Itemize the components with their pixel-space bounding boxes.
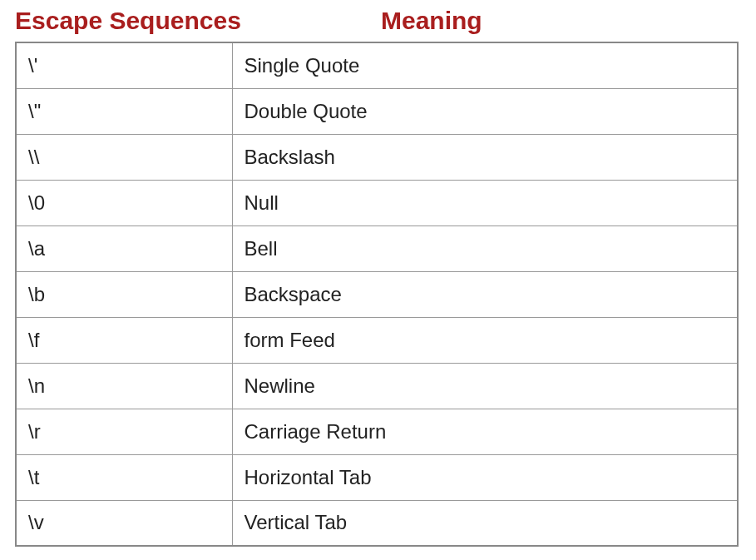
cell-sequence: \t (16, 454, 232, 500)
cell-sequence: \0 (16, 180, 232, 225)
header-meaning: Meaning (381, 7, 482, 35)
table-row: \n Newline (16, 363, 738, 409)
cell-meaning: Double Quote (232, 88, 738, 134)
table-row: \0 Null (16, 180, 738, 225)
table-row: \v Vertical Tab (16, 500, 738, 546)
cell-sequence: \\ (16, 134, 232, 180)
table-row: \t Horizontal Tab (16, 454, 738, 500)
table-row: \f form Feed (16, 317, 738, 363)
table-row: \a Bell (16, 225, 738, 271)
cell-sequence: \a (16, 225, 232, 271)
cell-meaning: Carriage Return (232, 409, 738, 454)
cell-sequence: \n (16, 363, 232, 409)
table-headers: Escape Sequences Meaning (15, 7, 741, 35)
table-row: \' Single Quote (16, 42, 738, 88)
cell-sequence: \" (16, 88, 232, 134)
cell-sequence: \v (16, 500, 232, 546)
cell-sequence: \r (16, 409, 232, 454)
table-row: \\ Backslash (16, 134, 738, 180)
cell-meaning: Backspace (232, 271, 738, 317)
cell-meaning: Horizontal Tab (232, 454, 738, 500)
table-row: \r Carriage Return (16, 409, 738, 454)
cell-meaning: Backslash (232, 134, 738, 180)
cell-meaning: Single Quote (232, 42, 738, 88)
cell-meaning: Bell (232, 225, 738, 271)
cell-sequence: \' (16, 42, 232, 88)
cell-meaning: Null (232, 180, 738, 225)
table-row: \b Backspace (16, 271, 738, 317)
cell-meaning: form Feed (232, 317, 738, 363)
cell-meaning: Newline (232, 363, 738, 409)
cell-meaning: Vertical Tab (232, 500, 738, 546)
table-row: \" Double Quote (16, 88, 738, 134)
escape-sequences-table: \' Single Quote \" Double Quote \\ Backs… (15, 42, 739, 547)
header-escape-sequences: Escape Sequences (15, 7, 381, 35)
cell-sequence: \b (16, 271, 232, 317)
cell-sequence: \f (16, 317, 232, 363)
